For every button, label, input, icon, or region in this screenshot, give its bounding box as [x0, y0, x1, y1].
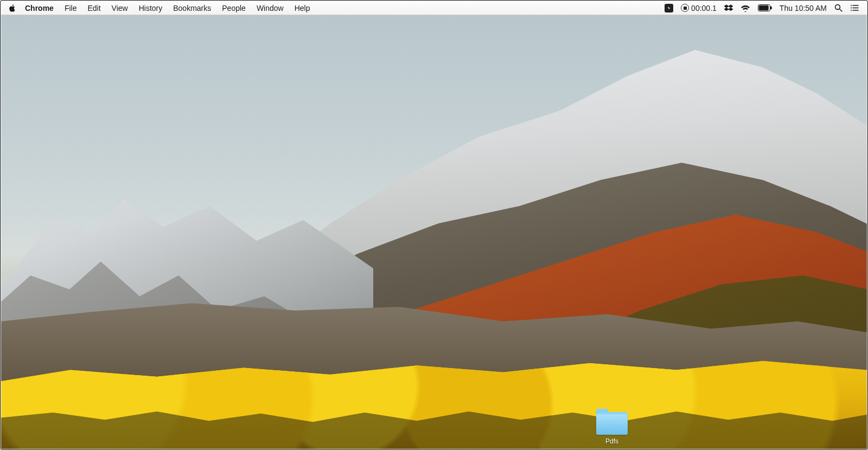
bolt-icon — [665, 4, 673, 12]
menubar: Chrome File Edit View History Bookmarks … — [1, 1, 867, 15]
apple-menu-icon[interactable] — [9, 4, 16, 12]
spotlight-search-icon[interactable] — [831, 4, 846, 12]
desktop-folder-pdfs[interactable]: Pdfs — [590, 409, 634, 446]
battery-menu-icon[interactable] — [754, 4, 776, 11]
menu-help[interactable]: Help — [289, 1, 316, 15]
recording-stop-button[interactable]: 00:00.1 — [677, 1, 720, 15]
menubar-left: Chrome File Edit View History Bookmarks … — [9, 1, 315, 15]
svg-rect-2 — [770, 7, 771, 9]
menu-people[interactable]: People — [216, 1, 251, 15]
folder-icon — [595, 409, 629, 435]
notification-center-icon[interactable] — [846, 4, 863, 11]
menu-file[interactable]: File — [59, 1, 82, 15]
svg-line-4 — [840, 9, 843, 12]
clock[interactable]: Thu 10:50 AM — [776, 1, 831, 15]
recording-timer: 00:00.1 — [691, 1, 717, 15]
svg-point-9 — [851, 10, 852, 11]
menu-bookmarks[interactable]: Bookmarks — [168, 1, 216, 15]
menu-history[interactable]: History — [133, 1, 168, 15]
wifi-menu-icon[interactable] — [737, 4, 754, 12]
dropbox-menu-icon[interactable] — [720, 4, 737, 12]
menu-window[interactable]: Window — [251, 1, 289, 15]
folder-label: Pdfs — [603, 437, 621, 446]
screen-recording-indicator[interactable] — [661, 4, 677, 12]
svg-rect-1 — [759, 5, 768, 10]
menubar-right: 00:00.1 Thu 10:50 AM — [661, 1, 863, 15]
screen-frame: Chrome File Edit View History Bookmarks … — [0, 0, 868, 450]
menubar-app-name[interactable]: Chrome — [20, 1, 59, 15]
screen-inner: Chrome File Edit View History Bookmarks … — [1, 1, 867, 449]
desktop-wallpaper[interactable]: Pdfs — [1, 15, 867, 449]
svg-point-5 — [851, 5, 852, 6]
menu-edit[interactable]: Edit — [82, 1, 106, 15]
stop-icon — [681, 4, 689, 12]
svg-point-7 — [851, 8, 852, 9]
menu-view[interactable]: View — [106, 1, 133, 15]
